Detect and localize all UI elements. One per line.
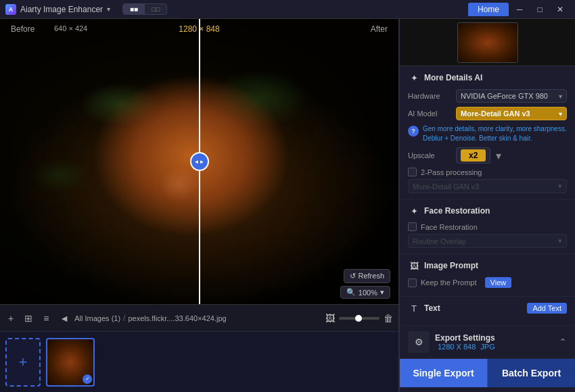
face-res-mode-value: Routine Overlay bbox=[413, 237, 466, 245]
zoom-slider-thumb[interactable] bbox=[355, 315, 362, 322]
keep-prompt-row: Keep the Prompt View bbox=[408, 277, 567, 288]
face-res-title: Face Restoration bbox=[424, 206, 490, 216]
list-view-button[interactable]: ≡ bbox=[41, 312, 51, 325]
hardware-row: Hardware NVIDIA GeForce GTX 980 ▾ bbox=[408, 89, 567, 103]
export-collapse-button[interactable]: ⌃ bbox=[559, 337, 567, 347]
ai-model-label: AI Model bbox=[408, 109, 452, 118]
export-buttons: Single Export Batch Export bbox=[400, 359, 575, 387]
zoom-control[interactable]: 🔍 100% ▾ bbox=[340, 286, 390, 299]
two-pass-sub-select[interactable]: More-Detail GAN v3 ▾ bbox=[408, 179, 567, 193]
ai-section-icon: ✦ bbox=[408, 72, 420, 84]
zoom-slider[interactable] bbox=[339, 317, 380, 320]
path-separator: / bbox=[123, 314, 125, 323]
upscale-label: Upscale bbox=[408, 151, 452, 160]
split-handle[interactable] bbox=[190, 152, 209, 171]
two-pass-sub-value: More-Detail GAN v3 bbox=[413, 182, 479, 191]
add-image-button[interactable]: + bbox=[5, 312, 16, 325]
delete-button[interactable]: 🗑 bbox=[384, 313, 393, 324]
maximize-button[interactable]: □ bbox=[530, 3, 549, 16]
viewer-controls: ↺ Refresh 🔍 100% ▾ bbox=[340, 269, 390, 299]
keep-prompt-label: Keep the Prompt bbox=[421, 278, 477, 287]
export-details: 1280 X 848 JPG bbox=[435, 343, 553, 351]
thumbnail-check: ✓ bbox=[83, 374, 92, 384]
face-res-mode-select[interactable]: Routine Overlay ▾ bbox=[408, 234, 567, 248]
face-res-row: Face Restoration bbox=[408, 222, 567, 231]
export-settings: ⚙ Export Settings 1280 X 848 JPG ⌃ bbox=[400, 326, 575, 359]
mode-toggle: ■■ □□ bbox=[122, 3, 167, 15]
export-info: Export Settings 1280 X 848 JPG bbox=[435, 333, 553, 351]
filmstrip-bar: + ⊞ ≡ ◄ All Images (1) / pexels.flickr..… bbox=[0, 304, 398, 331]
text-section-title: Text bbox=[424, 303, 440, 313]
image-icon[interactable]: 🖼 bbox=[325, 313, 335, 324]
image-viewer[interactable]: Before After 640 × 424 1280 × 848 ↺ Refr… bbox=[0, 19, 398, 304]
two-pass-row: 2-Pass processing bbox=[408, 168, 567, 176]
app-title: Aiarty Image Enhancer bbox=[20, 5, 103, 14]
mode-btn-before[interactable]: ■■ bbox=[123, 4, 145, 14]
view-button[interactable]: View bbox=[485, 277, 512, 288]
more-details-section: ✦ More Details AI Hardware NVIDIA GeForc… bbox=[400, 66, 575, 199]
face-res-checkbox[interactable] bbox=[408, 222, 417, 231]
title-bar-right: Home ─ □ ✕ bbox=[468, 3, 570, 16]
text-section-icon: T bbox=[408, 302, 420, 314]
close-button[interactable]: ✕ bbox=[551, 3, 570, 16]
home-tab[interactable]: Home bbox=[468, 3, 509, 16]
minimize-button[interactable]: ─ bbox=[510, 3, 529, 16]
split-image bbox=[0, 19, 398, 304]
refresh-button[interactable]: ↺ Refresh bbox=[344, 269, 390, 283]
mini-thumbnail bbox=[457, 22, 518, 63]
left-panel: Before After 640 × 424 1280 × 848 ↺ Refr… bbox=[0, 19, 399, 392]
hardware-label: Hardware bbox=[408, 92, 452, 100]
hardware-dropdown-arrow: ▾ bbox=[559, 93, 562, 100]
main-layout: Before After 640 × 424 1280 × 848 ↺ Refr… bbox=[0, 19, 575, 392]
filmstrip-center: ◄ All Images (1) / pexels.flickr....33.6… bbox=[57, 312, 320, 325]
upscale-dropdown-arrow[interactable]: ▾ bbox=[496, 149, 501, 162]
zoom-icon: 🔍 bbox=[346, 288, 356, 297]
export-settings-icon: ⚙ bbox=[408, 331, 430, 353]
output-size-label: 1280 × 848 bbox=[179, 24, 219, 34]
ai-model-select[interactable]: More-Detail GAN v3 ▾ bbox=[456, 107, 567, 120]
filmstrip-right: 🖼 🗑 bbox=[325, 313, 393, 324]
add-thumbnail-button[interactable]: + bbox=[5, 338, 41, 387]
single-export-button[interactable]: Single Export bbox=[400, 359, 488, 387]
title-bar-left: A Aiarty Image Enhancer ▾ ■■ □□ bbox=[5, 3, 167, 15]
ai-section-title: More Details AI bbox=[424, 73, 482, 82]
keep-prompt-checkbox[interactable] bbox=[408, 278, 417, 287]
face-res-header: ✦ Face Restoration bbox=[408, 205, 567, 217]
two-pass-sub-arrow: ▾ bbox=[558, 182, 562, 191]
export-size: 1280 X 848 bbox=[438, 343, 476, 351]
title-dropdown-arrow[interactable]: ▾ bbox=[107, 5, 110, 13]
info-row: ? Gen more details, more clarity, more s… bbox=[408, 124, 567, 143]
before-size: 640 × 424 bbox=[54, 24, 87, 32]
mode-btn-after[interactable]: □□ bbox=[145, 4, 166, 14]
two-pass-label: 2-Pass processing bbox=[421, 168, 482, 176]
grid-view-button[interactable]: ⊞ bbox=[22, 312, 35, 325]
text-section-header: T Text Add Text bbox=[408, 302, 567, 314]
title-bar: A Aiarty Image Enhancer ▾ ■■ □□ Home ─ □… bbox=[0, 0, 575, 19]
hardware-select[interactable]: NVIDIA GeForce GTX 980 ▾ bbox=[456, 89, 567, 103]
prev-button[interactable]: ◄ bbox=[57, 312, 72, 325]
mini-preview bbox=[400, 19, 575, 66]
right-panel: ✦ More Details AI Hardware NVIDIA GeForc… bbox=[399, 19, 575, 392]
thumbnails-row: + ✓ bbox=[0, 331, 398, 392]
batch-export-button[interactable]: Batch Export bbox=[488, 359, 575, 387]
two-pass-checkbox[interactable] bbox=[408, 168, 417, 176]
image-prompt-section: 🖼 Image Prompt Keep the Prompt View bbox=[400, 254, 575, 297]
ai-model-dropdown-arrow: ▾ bbox=[559, 110, 562, 118]
face-res-mode-arrow: ▾ bbox=[558, 237, 562, 245]
upscale-badge: x2 bbox=[461, 149, 486, 162]
info-text: Gen more details, more clarity, more sha… bbox=[423, 124, 567, 143]
image-prompt-icon: 🖼 bbox=[408, 260, 420, 272]
upscale-row: Upscale x2 ▾ bbox=[408, 147, 567, 164]
ai-model-row: AI Model More-Detail GAN v3 ▾ bbox=[408, 107, 567, 120]
thumbnail-1[interactable]: ✓ bbox=[46, 338, 95, 387]
zoom-dropdown-arrow[interactable]: ▾ bbox=[380, 288, 384, 297]
filename-label: pexels.flickr....33.640×424.jpg bbox=[128, 314, 226, 322]
image-prompt-header: 🖼 Image Prompt bbox=[408, 260, 567, 272]
info-icon: ? bbox=[408, 126, 419, 137]
text-section: T Text Add Text bbox=[400, 297, 575, 326]
face-restoration-section: ✦ Face Restoration Face Restoration Rout… bbox=[400, 199, 575, 254]
add-text-button[interactable]: Add Text bbox=[527, 303, 567, 314]
upscale-select[interactable]: x2 bbox=[456, 147, 490, 164]
export-format: JPG bbox=[480, 343, 495, 351]
zoom-value: 100% bbox=[359, 289, 377, 297]
